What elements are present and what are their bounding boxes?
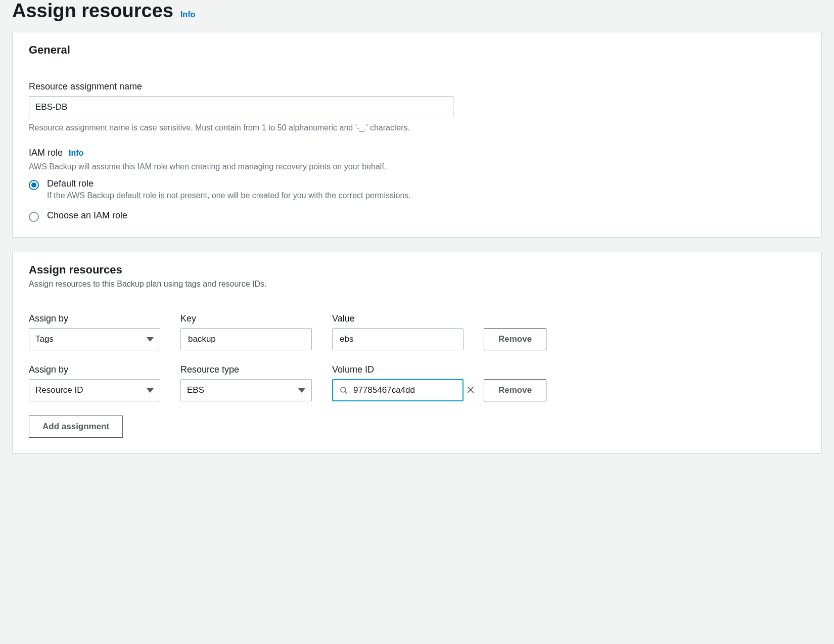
clear-icon[interactable] xyxy=(466,385,476,395)
volume-id-input[interactable] xyxy=(353,385,460,395)
remove-button-1[interactable]: Remove xyxy=(484,379,546,401)
value-input-wrap[interactable] xyxy=(332,328,464,350)
page-info-link[interactable]: Info xyxy=(180,10,195,19)
iam-role-hint: AWS Backup will assume this IAM role whe… xyxy=(29,162,805,171)
assign-by-label-0: Assign by xyxy=(29,313,160,324)
value-label: Value xyxy=(332,313,464,324)
general-heading: General xyxy=(29,43,805,57)
key-input[interactable] xyxy=(187,334,305,345)
general-panel: General Resource assignment name Resourc… xyxy=(12,32,822,238)
assign-by-select-1[interactable]: Resource ID xyxy=(29,379,160,401)
assign-resources-heading: Assign resources xyxy=(29,263,805,277)
add-assignment-button[interactable]: Add assignment xyxy=(29,416,123,438)
assign-by-label-1: Assign by xyxy=(29,364,160,375)
resource-type-value: EBS xyxy=(187,385,204,395)
iam-role-label-text: IAM role xyxy=(29,148,63,158)
remove-button-0[interactable]: Remove xyxy=(484,328,546,350)
chevron-down-icon xyxy=(147,388,154,393)
assign-row-resource-id: Assign by Resource ID Resource type EBS … xyxy=(29,364,805,401)
assign-resources-panel: Assign resources Assign resources to thi… xyxy=(12,252,822,453)
assign-resources-subheading: Assign resources to this Backup plan usi… xyxy=(29,280,805,289)
assign-by-select-value-1: Resource ID xyxy=(35,385,83,395)
value-input[interactable] xyxy=(339,334,457,345)
resource-name-label: Resource assignment name xyxy=(29,81,805,92)
iam-role-info-link[interactable]: Info xyxy=(69,149,83,158)
chevron-down-icon xyxy=(147,337,154,342)
radio-default-role-control[interactable] xyxy=(29,180,39,190)
key-label: Key xyxy=(180,313,312,324)
key-input-wrap[interactable] xyxy=(180,328,312,350)
svg-line-1 xyxy=(345,391,347,393)
general-panel-header: General xyxy=(13,32,821,68)
page-title-text: Assign resources xyxy=(12,0,173,22)
radio-default-role-label: Default role xyxy=(47,178,411,189)
resource-type-label: Resource type xyxy=(180,364,312,375)
page-title: Assign resources Info xyxy=(12,0,822,22)
volume-id-input-wrap[interactable] xyxy=(332,379,464,401)
resource-name-hint: Resource assignment name is case sensiti… xyxy=(29,123,805,132)
resource-name-input[interactable] xyxy=(29,96,453,118)
radio-choose-iam-role-control[interactable] xyxy=(29,212,39,222)
search-icon xyxy=(339,386,348,395)
resource-type-select[interactable]: EBS xyxy=(180,379,312,401)
radio-choose-iam-role-label: Choose an IAM role xyxy=(47,210,127,221)
volume-id-label: Volume ID xyxy=(332,364,464,375)
assign-resources-header: Assign resources Assign resources to thi… xyxy=(13,252,821,300)
iam-role-label: IAM role Info xyxy=(29,148,805,158)
radio-choose-iam-role[interactable]: Choose an IAM role xyxy=(29,210,805,222)
assign-by-select-0[interactable]: Tags xyxy=(29,328,160,350)
assign-row-tags: Assign by Tags Key Value xyxy=(29,313,805,350)
chevron-down-icon xyxy=(298,388,305,393)
radio-default-role-sub: If the AWS Backup default role is not pr… xyxy=(47,191,411,200)
assign-by-select-value-0: Tags xyxy=(35,334,54,344)
radio-default-role[interactable]: Default role If the AWS Backup default r… xyxy=(29,178,805,200)
